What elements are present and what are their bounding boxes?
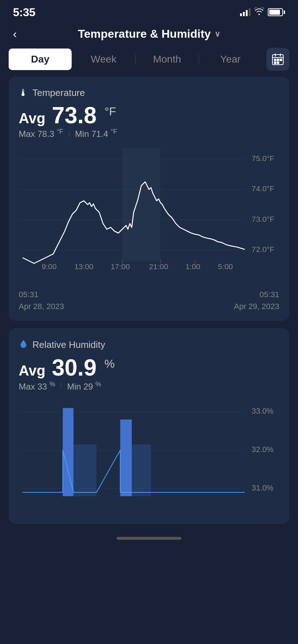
header: ‹ Temperature & Humidity ∨ (0, 22, 298, 48)
temperature-max: Max 78.3 °F (19, 128, 63, 139)
back-button[interactable]: ‹ (13, 27, 17, 41)
tab-month[interactable]: Month (136, 49, 199, 70)
svg-rect-6 (280, 59, 282, 61)
svg-rect-33 (132, 444, 151, 496)
temperature-min: Min 71.4 °F (75, 128, 117, 139)
humidity-label: Relative Humidity (32, 339, 105, 350)
tab-week[interactable]: Week (72, 49, 135, 70)
tabs-container: Day Week Month Year (0, 48, 298, 71)
title-chevron-icon[interactable]: ∨ (215, 29, 220, 39)
svg-text:1:00: 1:00 (185, 262, 200, 271)
humidity-chart: 33.0% 32.0% 31.0% (19, 400, 279, 515)
humidity-card-header: Relative Humidity (19, 339, 279, 351)
scroll-indicator (0, 531, 298, 548)
temperature-avg: Avg 73.8 °F (19, 103, 279, 128)
svg-text:33.0%: 33.0% (252, 407, 273, 415)
chart-date-end: 05:31 Apr 29, 2023 (234, 289, 279, 312)
svg-rect-4 (274, 59, 276, 61)
droplet-icon (19, 339, 28, 351)
wifi-icon (254, 7, 264, 17)
chart-date-range: 05:31 Apr 28, 2023 05:31 Apr 29, 2023 (19, 289, 279, 312)
svg-rect-31 (73, 444, 96, 496)
svg-rect-30 (63, 408, 73, 496)
humidity-card: Relative Humidity Avg 30.9 % Max 33 % Mi… (9, 328, 289, 524)
humidity-avg: Avg 30.9 % (19, 355, 279, 380)
svg-text:31.0%: 31.0% (252, 483, 273, 492)
status-icons (240, 7, 285, 17)
status-time: 5:35 (13, 6, 35, 19)
chart-date-start: 05:31 Apr 28, 2023 (19, 289, 64, 312)
temperature-chart-svg: 75.0°F 74.0°F 73.0°F 72.0°F 9:00 13:00 1… (19, 148, 279, 284)
temperature-chart: 75.0°F 74.0°F 73.0°F 72.0°F 9:00 13:00 1… (19, 148, 279, 284)
tab-day[interactable]: Day (9, 49, 72, 70)
svg-text:32.0%: 32.0% (252, 445, 273, 454)
battery-icon (268, 8, 285, 16)
svg-text:73.0°F: 73.0°F (252, 215, 274, 223)
svg-rect-13 (122, 148, 160, 262)
header-title: Temperature & Humidity ∨ (78, 27, 220, 41)
temperature-min-max: Max 78.3 °F Min 71.4 °F (19, 128, 279, 139)
svg-text:74.0°F: 74.0°F (252, 185, 274, 193)
thermometer-icon: 🌡 (19, 87, 28, 98)
svg-rect-7 (274, 62, 276, 64)
svg-text:13:00: 13:00 (74, 262, 93, 271)
svg-rect-5 (277, 59, 279, 61)
svg-text:72.0°F: 72.0°F (252, 245, 274, 254)
humidity-min-max: Max 33 % Min 29 % (19, 381, 279, 392)
humidity-max: Max 33 % (19, 381, 55, 392)
humidity-chart-svg: 33.0% 32.0% 31.0% (19, 400, 279, 515)
signal-icon (240, 8, 250, 16)
calendar-icon (271, 53, 284, 66)
temperature-label: Temperature (32, 87, 85, 98)
humidity-min: Min 29 % (67, 381, 101, 392)
temperature-card-header: 🌡 Temperature (19, 87, 279, 98)
svg-text:17:00: 17:00 (111, 262, 130, 271)
temperature-card: 🌡 Temperature Avg 73.8 °F Max 78.3 °F Mi… (9, 77, 289, 321)
svg-text:5:00: 5:00 (218, 262, 233, 271)
svg-rect-32 (120, 419, 132, 496)
svg-rect-8 (277, 62, 279, 64)
scroll-pill (117, 537, 181, 540)
svg-text:9:00: 9:00 (42, 262, 57, 271)
svg-text:21:00: 21:00 (149, 262, 168, 271)
tab-year[interactable]: Year (199, 49, 262, 70)
calendar-button[interactable] (266, 48, 289, 71)
status-bar: 5:35 (0, 0, 298, 22)
svg-text:75.0°F: 75.0°F (252, 154, 274, 162)
